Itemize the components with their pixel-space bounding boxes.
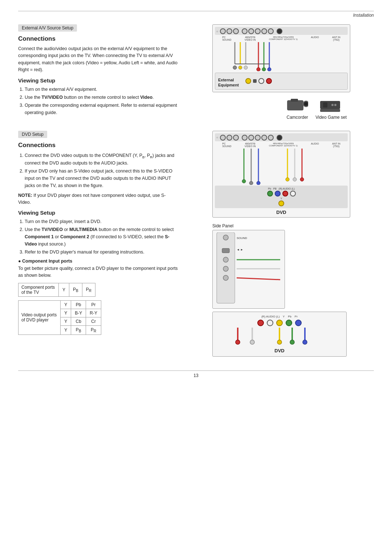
svg-point-41 (223, 275, 228, 280)
video-output-ports-table: Video output portsof DVD player Y Pb Pr … (18, 300, 101, 335)
component-ports-pb: PB (69, 283, 82, 296)
dvd-view-step-3: Refer to the DVD player's manual for ope… (25, 248, 178, 256)
vo-y4: Y (61, 325, 71, 335)
viewing-steps-list-1: Turn on the external A/V equipment. Use … (18, 86, 178, 116)
svg-point-28 (242, 179, 246, 183)
step-1-1: Turn on the external A/V equipment. (25, 86, 178, 93)
dvd-section: DVD Setup Connections Connect the DVD vi… (18, 131, 374, 360)
component-input-ports-title: ● Component Input ports (18, 259, 178, 264)
vo-cr: Cr (86, 317, 101, 325)
svg-point-54 (303, 340, 307, 344)
external-av-section: External A/V Source Setup Connections Co… (18, 24, 374, 120)
videogame-label: Video Game set (315, 115, 347, 120)
dvd-connections-list: Connect the DVD video outputs to the COM… (18, 152, 178, 190)
top-rule (18, 11, 374, 11)
step-1-2: Use the TV/VIDEO button on the remote co… (25, 94, 178, 101)
camcorder-icon (286, 97, 308, 113)
vo-pr1: Pr (86, 300, 101, 309)
svg-point-20 (334, 104, 336, 106)
svg-point-33 (300, 178, 304, 181)
connections-title-2: Connections (18, 142, 178, 149)
svg-text:SOUND: SOUND (237, 236, 247, 240)
svg-rect-13 (287, 100, 303, 110)
dvd-step-2: If your DVD only has an S-Video output j… (25, 167, 178, 189)
svg-point-52 (277, 340, 282, 344)
vo-cb: Cb (71, 317, 86, 325)
svg-rect-14 (291, 99, 298, 102)
component-ports-y: Y (59, 283, 69, 296)
svg-point-8 (238, 66, 242, 69)
svg-rect-21 (320, 109, 340, 112)
svg-point-10 (257, 68, 260, 71)
vo-pb4: PB (71, 325, 86, 335)
svg-text:◄ ►: ◄ ► (237, 248, 243, 251)
component-input-ports-body: To get better picture quality, connect a… (18, 265, 178, 279)
svg-point-19 (331, 104, 334, 106)
camcorder-label: Camcorder (286, 115, 308, 120)
vo-y3: Y (61, 317, 71, 325)
svg-point-36 (223, 235, 228, 240)
svg-point-12 (268, 68, 271, 71)
side-panel-label: Side Panel (212, 223, 350, 228)
svg-point-7 (233, 66, 237, 69)
svg-line-44 (237, 278, 280, 280)
side-panel-svg: SOUND ◄ ► (215, 232, 284, 305)
dvd-setup-label: DVD Setup (18, 131, 47, 138)
dvd-left: DVD Setup Connections Connect the DVD vi… (18, 131, 178, 360)
page-header: Installation (18, 13, 374, 18)
vo-ry: R-Y (86, 309, 101, 317)
header-section-label: Installation (353, 13, 374, 18)
page: Installation External A/V Source Setup C… (0, 0, 392, 535)
camcorder-device: Camcorder (286, 97, 308, 120)
side-panel-section: Side Panel SOUND ◄ ► (212, 223, 350, 360)
side-panel-diagram: SOUND ◄ ► (212, 230, 285, 309)
svg-point-16 (305, 102, 307, 105)
svg-point-31 (286, 178, 289, 181)
videogame-device: Video Game set (315, 97, 347, 120)
component-input-ports-section: ● Component Input ports To get better pi… (18, 259, 178, 335)
video-output-label: Video output portsof DVD player (19, 300, 61, 335)
viewing-setup-title-1: Viewing Setup (18, 77, 178, 84)
component-ports-label: Component portsof the TV (19, 283, 59, 296)
component-ports-row: Component portsof the TV Y PB PR (19, 283, 95, 296)
external-av-label: External A/V Source Setup (18, 24, 77, 32)
dvd-label-1: DVD (215, 210, 348, 215)
vo-y2: Y (61, 309, 71, 317)
vo-pr4: PR (86, 325, 101, 335)
tv-back-panel-diagram-2: ○ PCSOUND 480i/576iVIDEO IN (212, 131, 350, 218)
external-av-right: ○ PCSOUND 480i/576iVIDEO IN (189, 24, 374, 120)
vo-y1: Y (61, 300, 71, 309)
external-av-left: External A/V Source Setup Connections Co… (18, 24, 178, 120)
vo-pb1: Pb (71, 300, 86, 309)
svg-rect-18 (323, 102, 327, 108)
connections-title-1: Connections (18, 35, 178, 42)
viewing-setup-title-2: Viewing Setup (18, 210, 178, 216)
dvd-view-step-1: Turn on the DVD player, insert a DVD. (25, 218, 178, 225)
svg-point-9 (244, 66, 248, 69)
svg-point-29 (249, 181, 253, 185)
component-ports-table: Component portsof the TV Y PB PR (18, 283, 95, 297)
dvd-step-1: Connect the DVD video outputs to the COM… (25, 152, 178, 167)
svg-rect-38 (222, 248, 229, 253)
dvd-view-step-2: Use the TV/VIDEO or MULTIMEDIA button on… (25, 226, 178, 248)
svg-point-53 (290, 340, 294, 344)
videogame-icon (319, 97, 343, 113)
connections-body-1: Connect the audio/video output jacks on … (18, 45, 178, 74)
step-1-3: Operate the corresponding external equip… (25, 102, 178, 116)
svg-point-30 (257, 181, 260, 185)
cable-svg-1 (215, 42, 349, 71)
tv-back-panel-diagram-1: ○ PCSOUND 480i/576iVIDEO IN (212, 24, 350, 92)
dvd-bottom-cables (216, 328, 343, 346)
svg-point-32 (293, 178, 297, 181)
dvd-bottom-ports: (R) AUDIO (L) Y Pb Pr (212, 312, 347, 357)
svg-point-39 (223, 257, 228, 262)
bottom-rule (18, 370, 374, 371)
svg-point-51 (250, 340, 254, 344)
svg-point-11 (262, 68, 266, 71)
component-ports-pr: PR (82, 283, 95, 296)
dvd-note: NOTE: If your DVD player does not have c… (18, 192, 178, 206)
dvd-label-2: DVD (216, 348, 343, 353)
svg-point-50 (236, 340, 240, 344)
page-number: 13 (18, 373, 374, 378)
dvd-viewing-steps: Turn on the DVD player, insert a DVD. Us… (18, 218, 178, 256)
